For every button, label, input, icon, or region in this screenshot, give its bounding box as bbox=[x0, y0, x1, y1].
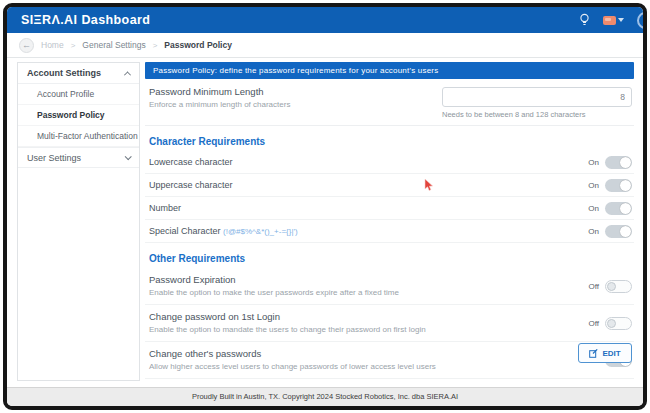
toggle-state-text: On bbox=[588, 227, 599, 236]
toggle-state-text: On bbox=[588, 204, 599, 213]
settings-sidebar: Account Settings Account Profile Passwor… bbox=[17, 62, 140, 381]
footer: Proudly Built in Austin, TX. Copyright 2… bbox=[7, 387, 643, 406]
min-length-row: Password Minimum Length Enforce a minimu… bbox=[145, 79, 634, 126]
app-window: SIΞRΛ.AIDashboard ← Home > General Setti… bbox=[3, 3, 647, 410]
number-label: Number bbox=[149, 203, 181, 213]
content-area: Account Settings Account Profile Passwor… bbox=[7, 58, 643, 387]
sidebar-item-account-profile[interactable]: Account Profile bbox=[18, 84, 139, 105]
number-row: Number On bbox=[145, 197, 634, 220]
chevron-down-icon bbox=[125, 153, 132, 160]
top-navbar: SIΞRΛ.AIDashboard bbox=[7, 7, 643, 33]
chevron-down-icon bbox=[618, 18, 624, 22]
min-length-label: Password Minimum Length bbox=[149, 86, 290, 97]
password-policy-panel: Password Policy: define the password req… bbox=[145, 62, 634, 387]
sidebar-item-password-policy[interactable]: Password Policy bbox=[18, 105, 139, 126]
toggle-state-text: On bbox=[588, 158, 599, 167]
lowercase-toggle[interactable] bbox=[605, 156, 632, 169]
edit-icon bbox=[589, 349, 598, 358]
lowercase-row: Lowercase character On bbox=[145, 151, 634, 174]
avatar[interactable] bbox=[637, 12, 647, 29]
change-others-passwords-label: Change other's passwords bbox=[149, 348, 436, 359]
change-others-passwords-description: Allow higher access level users to chang… bbox=[149, 362, 436, 371]
sidebar-section-account-settings[interactable]: Account Settings bbox=[18, 63, 139, 84]
number-toggle[interactable] bbox=[605, 202, 632, 215]
sidebar-section-label: Account Settings bbox=[27, 68, 101, 78]
section-title-other-requirements: Other Requirements bbox=[149, 253, 634, 264]
sidebar-section-user-settings[interactable]: User Settings bbox=[18, 147, 139, 168]
breadcrumb-password-policy: Password Policy bbox=[164, 40, 232, 50]
brand-logo[interactable]: SIΞRΛ.AIDashboard bbox=[21, 13, 150, 27]
special-character-text: Special Character bbox=[149, 226, 221, 236]
password-expiration-row: Password Expiration Enable the option to… bbox=[145, 268, 634, 305]
special-character-toggle[interactable] bbox=[605, 225, 632, 238]
flag-icon bbox=[603, 16, 616, 25]
uppercase-label: Uppercase character bbox=[149, 180, 233, 190]
change-password-first-login-description: Enable the option to mandate the users t… bbox=[149, 325, 426, 334]
lowercase-label: Lowercase character bbox=[149, 157, 233, 167]
uppercase-toggle[interactable] bbox=[605, 179, 632, 192]
breadcrumb-separator: > bbox=[153, 41, 158, 50]
sidebar-section-label: User Settings bbox=[27, 153, 81, 163]
special-character-label: Special Character (!@#$%^&*()_+-={}|') bbox=[149, 226, 298, 236]
mouse-cursor bbox=[424, 179, 435, 193]
breadcrumb-home[interactable]: Home bbox=[41, 40, 64, 50]
change-password-first-login-toggle[interactable] bbox=[605, 317, 632, 330]
toggle-state-text: Off bbox=[588, 282, 599, 291]
breadcrumb: ← Home > General Settings > Password Pol… bbox=[7, 33, 643, 58]
password-expiration-description: Enable the option to make the user passw… bbox=[149, 288, 399, 297]
special-character-row: Special Character (!@#$%^&*()_+-={}|') O… bbox=[145, 220, 634, 243]
edit-button[interactable]: EDIT bbox=[578, 343, 632, 363]
edit-button-label: EDIT bbox=[602, 349, 620, 358]
brand-product: Dashboard bbox=[81, 13, 150, 27]
change-others-passwords-row: Change other's passwords Allow higher ac… bbox=[145, 342, 634, 379]
change-password-first-login-label: Change password on 1st Login bbox=[149, 311, 426, 322]
lightbulb-icon[interactable] bbox=[579, 13, 590, 28]
breadcrumb-general-settings[interactable]: General Settings bbox=[82, 40, 145, 50]
section-title-character-requirements: Character Requirements bbox=[149, 136, 634, 147]
change-password-first-login-row: Change password on 1st Login Enable the … bbox=[145, 305, 634, 342]
special-character-set: (!@#$%^&*()_+-={}|') bbox=[223, 227, 298, 236]
chevron-up-icon bbox=[124, 71, 131, 78]
min-length-helper: Needs to be between 8 and 128 characters bbox=[442, 110, 632, 119]
password-expiration-label: Password Expiration bbox=[149, 274, 399, 285]
language-selector[interactable] bbox=[603, 16, 624, 25]
min-length-input[interactable] bbox=[442, 87, 632, 107]
uppercase-row: Uppercase character On bbox=[145, 174, 634, 197]
back-icon[interactable]: ← bbox=[19, 38, 34, 53]
toggle-state-text: On bbox=[588, 181, 599, 190]
password-expiration-toggle[interactable] bbox=[605, 280, 632, 293]
breadcrumb-separator: > bbox=[71, 41, 76, 50]
min-length-description: Enforce a minimum length of characters bbox=[149, 100, 290, 109]
sidebar-item-multi-factor-authentication[interactable]: Multi-Factor Authentication bbox=[18, 126, 139, 147]
toggle-state-text: Off bbox=[588, 319, 599, 328]
panel-banner: Password Policy: define the password req… bbox=[145, 62, 634, 79]
brand-name: SIΞRΛ.AI bbox=[21, 13, 77, 27]
